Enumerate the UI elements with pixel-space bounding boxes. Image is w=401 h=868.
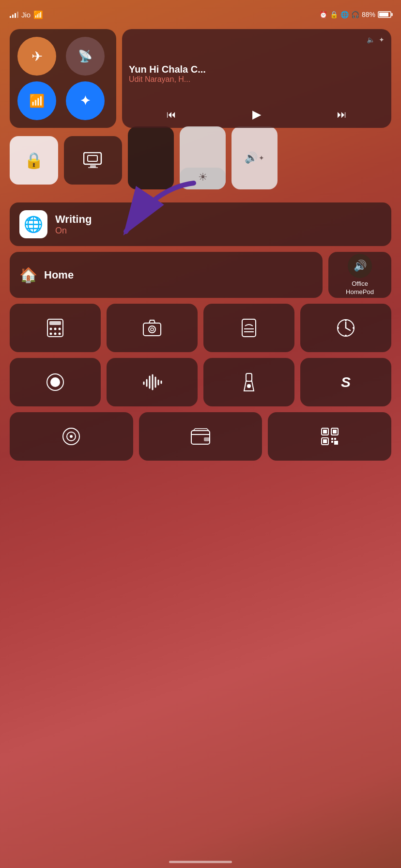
qrcode-button[interactable] <box>268 412 391 461</box>
bluetooth-icon: ✦ <box>80 93 91 108</box>
volume-slider[interactable]: 🔊 ✦ <box>231 126 278 189</box>
utility-row-2: S <box>10 358 391 406</box>
clock-button[interactable] <box>300 304 391 352</box>
svg-rect-46 <box>331 438 333 440</box>
music-artist: Udit Narayan, H... <box>129 75 385 84</box>
lock-icon: 🔒 <box>330 11 338 18</box>
airplane-mode-button[interactable]: ✈ <box>17 37 56 76</box>
wallet-icon <box>190 428 211 445</box>
memopad-icon <box>240 318 258 338</box>
writing-on-container: 🌐 Writing On <box>10 202 391 246</box>
writing-sublabel: On <box>55 226 92 236</box>
flashlight-icon <box>242 372 256 392</box>
svg-rect-45 <box>323 439 327 443</box>
soundwave-button[interactable] <box>107 358 198 406</box>
accessibility-icon <box>62 427 81 446</box>
status-left: Jio 📶 <box>10 10 43 19</box>
svg-rect-49 <box>334 441 338 445</box>
shazam-icon: S <box>341 374 351 390</box>
svg-rect-16 <box>242 319 256 337</box>
svg-rect-41 <box>323 430 327 434</box>
connectivity-panel: ✈ 📡 📶 ✦ <box>10 29 116 128</box>
svg-rect-6 <box>49 321 61 325</box>
screen-mirror-icon <box>83 152 103 169</box>
memopad-button[interactable] <box>203 304 294 352</box>
music-controls: ⏮ ▶ ⏭ <box>129 104 385 121</box>
svg-rect-48 <box>331 441 333 443</box>
play-button[interactable]: ▶ <box>252 108 261 121</box>
airplane-icon: ✈ <box>31 48 43 64</box>
rewind-button[interactable]: ⏮ <box>167 109 176 120</box>
flashlight-button[interactable] <box>203 358 294 406</box>
svg-point-8 <box>54 328 57 330</box>
calculator-icon <box>46 318 64 338</box>
cellular-button[interactable]: 📡 <box>66 37 105 76</box>
wifi-icon: 📶 <box>33 10 43 19</box>
cellular-icon: 📡 <box>78 49 93 63</box>
music-top-icons: 🔈 ✦ <box>129 36 385 44</box>
svg-line-19 <box>346 328 350 330</box>
svg-point-21 <box>345 335 347 337</box>
svg-point-34 <box>247 384 251 388</box>
rotation-lock-button[interactable]: 🔒 <box>10 136 58 185</box>
accessibility-button[interactable] <box>10 412 133 461</box>
screen-mirror-button[interactable] <box>64 136 122 185</box>
music-info: Yun Hi Chala C... Udit Narayan, H... <box>129 44 385 104</box>
brightness-icon: ☀ <box>198 171 208 184</box>
svg-point-22 <box>337 327 339 329</box>
speaker-icon: 🔈 <box>367 36 375 44</box>
svg-point-25 <box>50 377 60 387</box>
fast-forward-button[interactable]: ⏭ <box>337 109 347 120</box>
battery-icon <box>378 11 391 18</box>
volume-icon: 🔊 <box>245 152 258 164</box>
music-bluetooth-icon: ✦ <box>379 36 385 44</box>
signal-icon <box>10 11 18 18</box>
svg-point-15 <box>151 328 154 331</box>
home-row: 🏠 Home 🔊 OfficeHomePod <box>10 252 391 298</box>
headphones-icon: 🎧 <box>351 11 359 18</box>
homepod-label: OfficeHomePod <box>346 280 374 296</box>
writing-label: Writing <box>55 213 92 226</box>
camera-icon <box>142 319 162 337</box>
portrait-panel <box>128 126 174 189</box>
alarm-icon: ⏰ <box>319 11 327 18</box>
shazam-button[interactable]: S <box>300 358 391 406</box>
rotation-lock-icon: 🔒 <box>24 151 44 170</box>
svg-rect-39 <box>204 437 210 441</box>
wifi-button[interactable]: 📶 <box>17 81 56 120</box>
top-row: ✈ 📡 📶 ✦ 🔈 ✦ Yun Hi Chala C... Udit <box>10 29 391 128</box>
music-panel[interactable]: 🔈 ✦ Yun Hi Chala C... Udit Narayan, H...… <box>122 29 391 128</box>
svg-point-11 <box>54 333 57 335</box>
brightness-slider[interactable]: ☀ <box>180 126 226 189</box>
utility-row-1 <box>10 304 391 352</box>
bluetooth-vol-icon: ✦ <box>259 154 264 162</box>
calculator-button[interactable] <box>10 304 101 352</box>
writing-on-panel[interactable]: 🌐 Writing On <box>10 202 391 246</box>
record-icon <box>46 372 65 392</box>
svg-point-37 <box>70 435 73 438</box>
homepod-speaker-icon: 🔊 <box>354 260 367 272</box>
svg-point-7 <box>50 328 52 330</box>
svg-point-12 <box>59 333 61 335</box>
svg-point-14 <box>149 326 155 333</box>
writing-icon: 🌐 <box>19 210 47 238</box>
svg-point-10 <box>50 333 52 335</box>
carrier-name: Jio <box>21 11 31 19</box>
home-button[interactable]: 🏠 Home <box>10 252 323 298</box>
homepod-button[interactable]: 🔊 OfficeHomePod <box>328 252 391 298</box>
status-bar: Jio 📶 ⏰ 🔒 🌐 🎧 88% <box>0 0 401 24</box>
wallet-button[interactable] <box>139 412 262 461</box>
svg-rect-43 <box>333 430 337 434</box>
svg-point-23 <box>353 327 355 329</box>
svg-point-9 <box>59 328 61 330</box>
camera-button[interactable] <box>107 304 198 352</box>
utility-row-3 <box>10 412 391 461</box>
bluetooth-button[interactable]: ✦ <box>66 81 105 120</box>
soundwave-icon <box>142 372 162 392</box>
music-title: Yun Hi Chala C... <box>129 64 385 75</box>
record-button[interactable] <box>10 358 101 406</box>
svg-rect-33 <box>246 373 252 381</box>
writing-text: Writing On <box>55 213 92 236</box>
control-center: ✈ 📡 📶 ✦ 🔈 ✦ Yun Hi Chala C... Udit <box>10 29 391 849</box>
svg-rect-0 <box>84 153 101 164</box>
